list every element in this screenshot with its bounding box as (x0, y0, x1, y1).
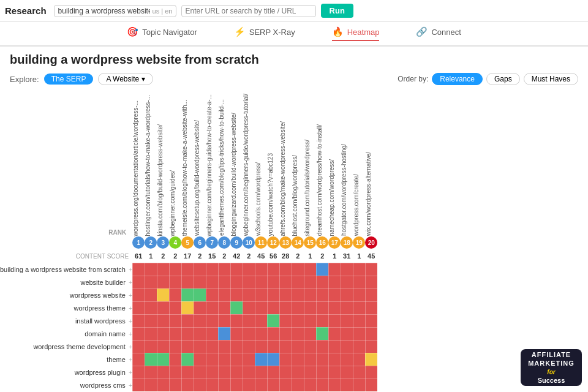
heat-cell-2-7 (218, 288, 230, 301)
heat-cell-0-13 (292, 263, 304, 276)
heatmap-area[interactable]: RANK wordpress.org/documentation/article… (0, 91, 588, 391)
heat-cell-5-16 (328, 327, 341, 340)
heat-cell-8-2 (157, 366, 169, 379)
heat-cell-6-0 (132, 340, 145, 353)
order-bar: Order by: Relevance Gaps Must Haves (398, 73, 578, 85)
tab-serp-xray-label: SERP X-Ray (249, 28, 295, 37)
a-website-button[interactable]: A Website ▾ (98, 73, 153, 85)
heat-cell-1-9 (243, 276, 255, 288)
heat-cell-2-16 (328, 288, 341, 301)
heat-cell-9-12 (279, 379, 292, 391)
tab-topic-navigator[interactable]: 🎯 Topic Navigator (127, 26, 197, 41)
rank-cell-14: 15 (304, 236, 316, 249)
score-cell-0: 61 (132, 249, 145, 263)
heat-cell-2-8 (230, 288, 243, 301)
tab-serp-xray[interactable]: ⚡ SERP X-Ray (234, 26, 295, 41)
heat-cell-5-17 (341, 327, 353, 340)
heat-cell-7-6 (206, 353, 218, 366)
heat-cell-4-15 (316, 314, 328, 327)
heat-cell-5-6 (206, 327, 218, 340)
heat-cell-2-4 (181, 288, 194, 301)
heat-cell-5-5 (194, 327, 206, 340)
heat-cell-0-14 (304, 263, 316, 276)
page-content: building a wordpress website from scratc… (0, 47, 588, 85)
rank-cell-11: 12 (267, 236, 279, 249)
heat-cell-6-17 (341, 340, 353, 353)
heat-cell-4-9 (243, 314, 255, 327)
heat-cell-4-18 (353, 314, 365, 327)
heat-cell-6-1 (145, 340, 157, 353)
ad-line2: MARKETING (528, 359, 575, 368)
connect-icon: 🔗 (416, 26, 428, 37)
content-score-label: CONTENT SCORE (0, 249, 132, 263)
heat-cell-6-10 (255, 340, 267, 353)
score-cell-2: 2 (157, 249, 169, 263)
chevron-down-icon: ▾ (141, 75, 145, 83)
run-button[interactable]: Run (321, 4, 353, 18)
heat-cell-1-5 (194, 276, 206, 288)
heat-cell-3-11 (267, 301, 279, 314)
heat-cell-5-8 (230, 327, 243, 340)
rank-cell-4: 5 (181, 236, 194, 249)
col-header-10: w3schools.com/wordpress/ (255, 91, 267, 236)
heat-cell-3-15 (316, 301, 328, 314)
rank-cell-5: 6 (194, 236, 206, 249)
rank-cell-8: 9 (230, 236, 243, 249)
rank-cell-13: 14 (292, 236, 304, 249)
heat-cell-6-3 (169, 340, 181, 353)
heat-cell-7-17 (341, 353, 353, 366)
search-input[interactable] (58, 7, 150, 15)
gaps-button[interactable]: Gaps (486, 73, 520, 85)
heat-row-4: install wordpress + (0, 314, 377, 327)
keyword-label-4: install wordpress + (0, 314, 132, 327)
heat-cell-8-13 (292, 366, 304, 379)
heat-cell-2-10 (255, 288, 267, 301)
heat-cell-0-1 (145, 263, 157, 276)
heat-cell-0-18 (353, 263, 365, 276)
col-header-4: themeisle.com/blog/how-to-make-a-website… (181, 91, 194, 236)
search-box[interactable]: us | en (54, 5, 176, 17)
heat-cell-9-2 (157, 379, 169, 391)
heat-cell-8-8 (230, 366, 243, 379)
ad-line4: Success (538, 376, 565, 385)
heat-cell-9-16 (328, 379, 341, 391)
the-serp-button[interactable]: The SERP (44, 74, 94, 85)
heat-cell-6-2 (157, 340, 169, 353)
heat-cell-6-7 (218, 340, 230, 353)
score-cell-12: 28 (279, 249, 292, 263)
heat-cell-4-10 (255, 314, 267, 327)
url-box[interactable] (181, 5, 316, 17)
must-haves-button[interactable]: Must Haves (524, 73, 578, 85)
relevance-button[interactable]: Relevance (432, 73, 483, 85)
url-input[interactable] (186, 7, 296, 15)
score-cell-14: 1 (304, 249, 316, 263)
rank-cell-15: 16 (316, 236, 328, 249)
rank-row: 1234567891011121314151617181920 (0, 236, 377, 249)
heat-cell-3-2 (157, 301, 169, 314)
score-cell-7: 2 (218, 249, 230, 263)
heat-row-3: wordpress theme + (0, 301, 377, 314)
keyword-label-1: website builder + (0, 276, 132, 288)
rank-cell-18: 19 (353, 236, 365, 249)
heat-cell-9-0 (132, 379, 145, 391)
heat-cell-7-12 (279, 353, 292, 366)
heat-cell-5-9 (243, 327, 255, 340)
rank-cell-6: 7 (206, 236, 218, 249)
heat-cell-9-3 (169, 379, 181, 391)
column-header-row: RANK wordpress.org/documentation/article… (0, 91, 377, 236)
nav-tabs: 🎯 Topic Navigator ⚡ SERP X-Ray 🔥 Heatmap… (0, 22, 588, 47)
heat-cell-0-4 (181, 263, 194, 276)
tab-heatmap[interactable]: 🔥 Heatmap (332, 26, 380, 41)
rank-cell-17: 18 (341, 236, 353, 249)
score-cell-10: 45 (255, 249, 267, 263)
heat-cell-1-16 (328, 276, 341, 288)
heat-row-8: wordpress plugin + (0, 366, 377, 379)
heat-cell-3-19 (365, 301, 377, 314)
heat-cell-7-19 (365, 353, 377, 366)
tab-connect[interactable]: 🔗 Connect (416, 26, 461, 41)
heat-cell-8-11 (267, 366, 279, 379)
col-header-12: ahrefs.com/blog/make-wordpress-website/ (279, 91, 292, 236)
heatmap-body: 1234567891011121314151617181920CONTENT S… (0, 236, 377, 391)
heat-cell-9-11 (267, 379, 279, 391)
heat-cell-4-8 (230, 314, 243, 327)
